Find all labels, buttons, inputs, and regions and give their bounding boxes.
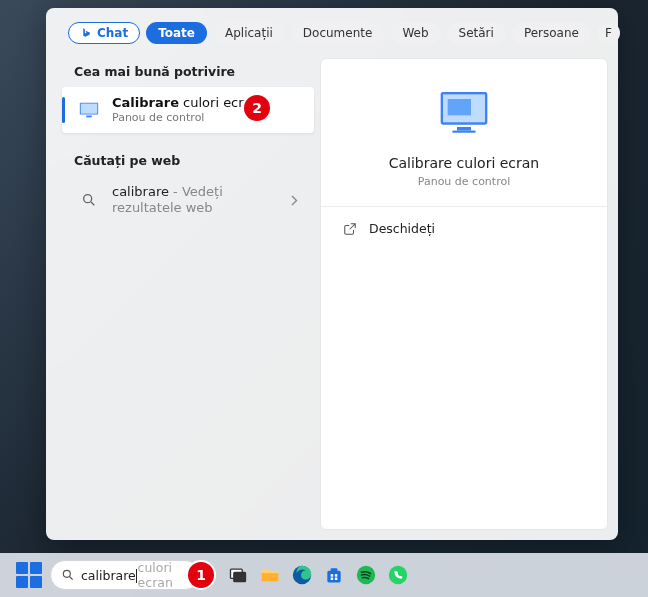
search-icon: [61, 568, 75, 582]
taskbar-search-typed: calibrare: [81, 568, 136, 583]
annotation-step-1: 1: [188, 562, 214, 588]
chevron-right-icon: [291, 195, 298, 206]
svg-rect-16: [234, 573, 246, 582]
svg-rect-21: [331, 574, 334, 577]
taskbar: calibrareculori ecran 1: [0, 553, 648, 597]
svg-line-7: [91, 202, 94, 205]
result-calibrate-display[interactable]: Calibrare culori ecran Panou de control …: [62, 87, 314, 133]
svg-rect-23: [331, 578, 334, 581]
svg-rect-11: [457, 127, 471, 131]
web-result-calibrare[interactable]: calibrare - Vedeți rezultatele web: [62, 176, 314, 225]
open-action[interactable]: Deschideți: [321, 207, 607, 250]
results-column: Cea mai bună potrivire Calibrare culori …: [46, 56, 320, 540]
bing-b-icon: [80, 27, 93, 40]
svg-point-13: [63, 570, 70, 577]
edge-icon[interactable]: [290, 563, 314, 587]
spotify-icon[interactable]: [354, 563, 378, 587]
svg-rect-24: [335, 578, 338, 581]
result-title: Calibrare culori ecran: [112, 95, 298, 111]
monitor-icon: [78, 99, 100, 121]
tab-people[interactable]: Persoane: [512, 22, 591, 44]
search-panel: Chat Toate Aplicații Documente Web Setăr…: [46, 8, 618, 540]
text-caret: [136, 569, 137, 583]
taskbar-search-box[interactable]: calibrareculori ecran: [50, 560, 200, 590]
svg-rect-10: [448, 99, 471, 115]
web-result-title: calibrare - Vedeți rezultatele web: [112, 184, 291, 217]
search-icon: [78, 189, 100, 211]
tab-apps[interactable]: Aplicații: [213, 22, 285, 44]
svg-rect-4: [81, 104, 98, 114]
whatsapp-icon[interactable]: [386, 563, 410, 587]
svg-point-6: [84, 195, 92, 203]
result-subtitle: Panou de control: [112, 111, 298, 125]
svg-line-14: [70, 577, 73, 580]
best-match-header: Cea mai bună potrivire: [56, 56, 320, 87]
svg-rect-5: [86, 116, 92, 118]
tab-settings[interactable]: Setări: [447, 22, 506, 44]
svg-rect-19: [327, 571, 340, 583]
tab-all[interactable]: Toate: [146, 22, 207, 44]
tab-more-truncated[interactable]: F: [597, 22, 620, 44]
svg-rect-12: [452, 131, 475, 133]
chat-tab-label: Chat: [97, 26, 128, 40]
tab-documents[interactable]: Documente: [291, 22, 385, 44]
search-web-header: Căutați pe web: [56, 145, 320, 176]
file-explorer-icon[interactable]: [258, 563, 282, 587]
open-action-label: Deschideți: [369, 221, 435, 236]
search-filter-tabs: Chat Toate Aplicații Documente Web Setăr…: [46, 8, 618, 56]
tab-web[interactable]: Web: [390, 22, 440, 44]
open-external-icon: [343, 222, 357, 236]
preview-subtitle: Panou de control: [418, 175, 510, 188]
preview-title: Calibrare culori ecran: [389, 155, 540, 171]
start-button[interactable]: [16, 562, 42, 588]
task-view-icon[interactable]: [226, 563, 250, 587]
microsoft-store-icon[interactable]: [322, 563, 346, 587]
svg-rect-17: [262, 573, 279, 581]
svg-rect-22: [335, 574, 338, 577]
monitor-large-icon: [436, 85, 492, 141]
preview-pane: Calibrare culori ecran Panou de control …: [320, 58, 608, 530]
taskbar-search-placeholder: culori ecran: [138, 560, 195, 590]
tabs-scroll-right-icon[interactable]: [626, 28, 642, 38]
annotation-step-2: 2: [244, 95, 270, 121]
chat-tab[interactable]: Chat: [68, 22, 140, 44]
svg-rect-20: [331, 568, 338, 571]
